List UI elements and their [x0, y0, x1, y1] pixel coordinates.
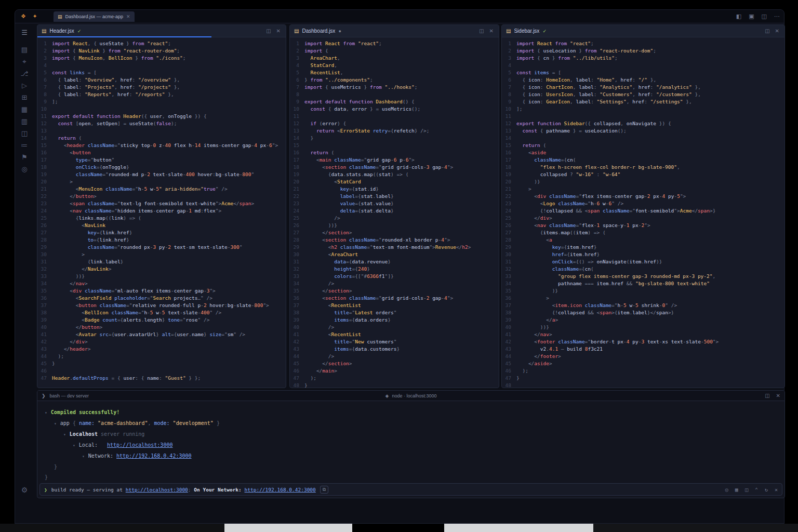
line-number: 26 — [502, 222, 516, 229]
code-line: 35 <div className="ml-auto flex items-ce… — [37, 287, 286, 295]
bookmarks-icon[interactable]: ⚑ — [18, 151, 31, 163]
taskbar-segment[interactable] — [0, 524, 224, 532]
terminal-prompt[interactable]: ❯ build ready — serving at http://localh… — [39, 483, 782, 496]
code-editor[interactable]: 1import React from "react";2import {3 Ar… — [290, 38, 499, 388]
taskbar-segment[interactable] — [593, 524, 798, 532]
split-editor-icon[interactable]: ◫ — [764, 28, 770, 34]
line-number: 23 — [290, 200, 304, 207]
line-number: 21 — [290, 185, 304, 193]
titlebar: ❖ ✦ ▤ Dashboard.jsx — acme-app ✕ ◧ ▣ ◫ ⋯ — [15, 10, 784, 23]
line-number: 31 — [290, 258, 304, 265]
outline-icon[interactable]: ≔ — [18, 139, 31, 151]
line-number: 3 — [502, 55, 516, 62]
close-icon[interactable]: ✕ — [776, 393, 780, 398]
code-line: 24 delta={stat.delta} — [290, 207, 499, 215]
notifications-icon[interactable]: ◎ — [725, 487, 728, 493]
pin-icon[interactable]: ✦ — [31, 13, 39, 20]
chevron-up-icon[interactable]: ⌃ — [755, 487, 758, 493]
close-icon[interactable]: ✕ — [275, 28, 282, 34]
line-number: 39 — [502, 316, 516, 324]
code-editor[interactable]: 1import React from "react";2import { use… — [502, 38, 784, 388]
code-line: 12 const [open, setOpen] = useState(fals… — [37, 120, 286, 127]
code-line: 23 <span className="text-lg font-semibol… — [37, 200, 286, 207]
code-line: 41 <Avatar src={user.avatarUrl} alt={use… — [37, 331, 286, 338]
chevron-down-icon[interactable]: ▾ — [73, 441, 75, 451]
code-line: 33 colors={["#6366f1"]} — [290, 273, 499, 280]
close-icon[interactable]: ✕ — [775, 487, 778, 493]
terminal-icon: ❯ — [42, 393, 46, 398]
line-number: 17 — [290, 156, 304, 164]
grid-icon[interactable]: ▦ — [735, 487, 738, 493]
taskbar-window-2[interactable] — [444, 524, 593, 532]
line-number: 36 — [290, 295, 304, 302]
split-icon[interactable]: ◫ — [745, 487, 748, 493]
split-editor-icon[interactable]: ◫ — [478, 28, 485, 34]
terminal-process-label: ◈ node · localhost:3000 — [385, 393, 437, 398]
run-debug-icon[interactable]: ▷ — [18, 79, 31, 91]
database-icon[interactable]: ▥ — [18, 115, 31, 127]
source-control-icon[interactable]: ⎇ — [18, 68, 31, 79]
line-number: 20 — [502, 178, 516, 185]
split-editor-icon[interactable]: ◫ — [762, 13, 767, 20]
code-editor[interactable]: 1import React, { useState } from "react"… — [37, 38, 286, 388]
chevron-down-icon[interactable]: ▾ — [82, 451, 85, 462]
explorer-icon[interactable]: ▤ — [18, 44, 31, 56]
line-number: 41 — [502, 331, 516, 338]
line-number: 7 — [502, 84, 516, 91]
line-number: 48 — [502, 382, 516, 388]
modified-dot-icon: ● — [338, 29, 341, 34]
testing-icon[interactable]: ▦ — [18, 103, 31, 115]
chevron-down-icon[interactable]: ▾ — [63, 430, 66, 440]
taskbar-window-1[interactable] — [224, 524, 352, 532]
refresh-icon[interactable]: ↻ — [765, 487, 768, 493]
panel-icon[interactable]: ▣ — [749, 13, 754, 20]
line-number: 39 — [290, 316, 304, 324]
code-line: 21 > — [502, 185, 784, 193]
code-line: 1import React from "react"; — [502, 40, 784, 47]
layout-icon[interactable]: ◫ — [18, 127, 31, 139]
search-icon[interactable]: ⌖ — [18, 56, 31, 68]
line-number: 5 — [290, 69, 304, 76]
chevron-down-icon[interactable]: ▾ — [45, 408, 47, 418]
code-line: 5const links = [ — [37, 69, 286, 76]
line-number: 25 — [37, 215, 52, 222]
line-number: 8 — [502, 91, 516, 98]
copy-icon[interactable]: ⧉ — [320, 486, 328, 494]
line-number: 46 — [502, 367, 516, 375]
close-icon[interactable]: ✕ — [774, 28, 780, 34]
settings-gear-icon[interactable]: ⚙ — [15, 486, 34, 494]
terminal-actions: ◎ ▦ ◫ ⌃ ↻ ✕ — [725, 487, 778, 493]
line-number: 18 — [37, 164, 52, 171]
code-line: 32 height={240} — [290, 265, 499, 273]
line-number: 44 — [290, 353, 304, 360]
chevron-down-icon[interactable]: ▾ — [54, 419, 57, 429]
line-number: 21 — [37, 185, 52, 193]
editor-tab[interactable]: ▤ Dashboard.jsx — acme-app ✕ — [54, 11, 135, 22]
line-number: 38 — [290, 309, 304, 316]
terminal-line: ▾Compiled successfully! — [45, 407, 778, 418]
code-line: 40 /> — [290, 324, 499, 331]
close-icon[interactable]: ✕ — [488, 28, 495, 34]
line-number: 7 — [290, 84, 304, 91]
extensions-icon[interactable]: ⊞ — [18, 91, 31, 103]
remote-icon[interactable]: ◎ — [18, 163, 31, 175]
line-number: 5 — [37, 69, 52, 76]
layout-icon[interactable]: ◧ — [736, 13, 741, 20]
app-logo-icon[interactable]: ❖ — [19, 13, 28, 20]
line-number: 12 — [502, 120, 516, 127]
line-number: 43 — [37, 345, 52, 353]
close-icon[interactable]: ✕ — [126, 14, 130, 19]
split-editor-icon[interactable]: ◫ — [265, 28, 272, 34]
line-number: 46 — [290, 367, 304, 375]
split-icon[interactable]: ◫ — [765, 393, 769, 398]
line-number: 11 — [37, 113, 52, 120]
code-line: 8 { icon: UsersIcon, label: "Customers",… — [502, 91, 784, 98]
code-line: 28 to={link.href} — [37, 236, 286, 244]
line-number: 21 — [502, 185, 516, 193]
more-icon[interactable]: ⋯ — [774, 13, 780, 20]
line-number: 30 — [37, 251, 52, 258]
line-number: 2 — [290, 47, 304, 55]
code-line: 14 — [502, 135, 784, 142]
line-number: 14 — [37, 135, 52, 142]
menu-icon[interactable]: ☰ — [18, 26, 31, 38]
